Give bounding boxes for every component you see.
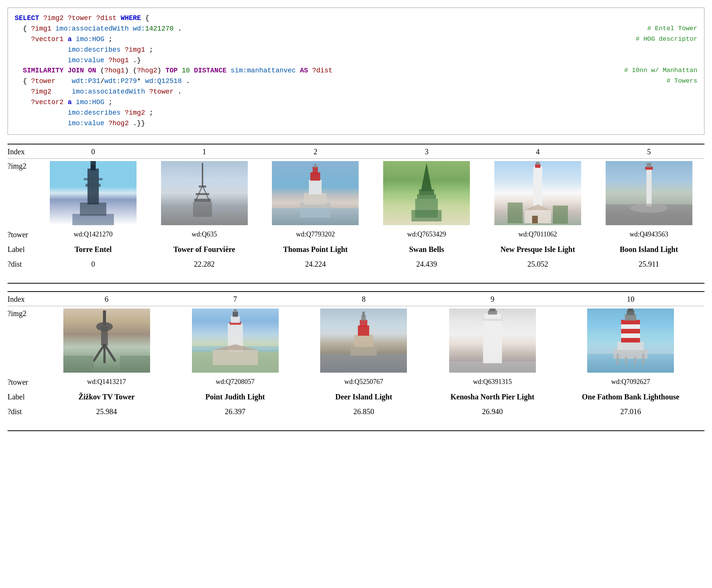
svg-rect-7 (202, 163, 203, 186)
table2-dist-10: 27.016 (557, 404, 704, 419)
table2-label-10: One Fathom Bank Lighthouse (557, 390, 704, 404)
table1-col-0: 0 (38, 144, 149, 159)
table1-tower-4: wd:Q7011062 (482, 227, 594, 242)
svg-point-39 (630, 204, 668, 213)
svg-rect-82 (625, 357, 627, 365)
svg-rect-20 (272, 208, 359, 225)
svg-rect-76 (621, 338, 640, 342)
table2-label-6: Žižkov TV Tower (42, 390, 171, 404)
table2-tower-label: ?tower (8, 375, 42, 390)
table2-dist-8: 26.850 (299, 404, 428, 419)
results-table-2-section: Index 6 7 8 9 10 ?img2 (8, 291, 704, 419)
bottom-divider (8, 430, 704, 431)
table2-col-9: 9 (428, 292, 557, 306)
svg-rect-1 (80, 203, 106, 216)
code-line-3: ?vector1 a imo:HOG ; # HOG descriptor (15, 34, 697, 45)
svg-line-43 (94, 344, 104, 361)
table1-col-1: 1 (149, 144, 260, 159)
table1-img-1 (149, 158, 260, 227)
svg-point-4 (91, 164, 95, 169)
table1-tower-2: wd:Q7793202 (260, 227, 371, 242)
svg-rect-16 (309, 180, 322, 194)
table2-label-row: Label Žižkov TV Tower Point Judith Light… (8, 390, 704, 404)
svg-marker-31 (525, 204, 551, 210)
svg-rect-38 (647, 163, 651, 167)
code-line-10: imo:describes ?img2 ; (15, 108, 697, 118)
svg-marker-21 (421, 163, 432, 191)
table2-body: ?img2 (8, 306, 704, 419)
svg-rect-79 (628, 309, 633, 311)
svg-rect-47 (120, 356, 150, 373)
svg-rect-54 (234, 309, 237, 312)
svg-rect-15 (304, 193, 327, 204)
table2-col-8: 8 (299, 292, 428, 306)
svg-rect-53 (233, 312, 238, 317)
table2-dist-6: 25.984 (42, 404, 171, 419)
table2-dist-9: 26.940 (428, 404, 557, 419)
svg-rect-72 (617, 342, 644, 350)
table2-dist-label: ?dist (8, 404, 42, 419)
code-line-5: imo:value ?hog1 .} (15, 55, 697, 66)
svg-rect-75 (621, 329, 640, 333)
svg-rect-17 (310, 172, 320, 181)
svg-rect-6 (84, 178, 103, 180)
svg-rect-81 (642, 354, 644, 365)
table2-img-10 (557, 306, 704, 375)
svg-rect-61 (360, 320, 367, 326)
table1-label-2: Thomas Point Light (260, 242, 371, 257)
table2-label-header: Label (8, 390, 42, 404)
svg-rect-33 (508, 203, 523, 223)
svg-line-44 (104, 344, 115, 361)
code-block: SELECT ?img2 ?tower ?dist WHERE { { ?img… (8, 8, 704, 135)
svg-rect-58 (350, 346, 377, 356)
table2-col-7: 7 (171, 292, 299, 306)
svg-rect-65 (483, 320, 502, 363)
svg-rect-28 (536, 162, 540, 165)
svg-rect-60 (358, 325, 369, 336)
svg-rect-12 (194, 199, 211, 202)
table2-header: Index 6 7 8 9 10 (8, 292, 704, 306)
table2-label-8: Deer Island Light (299, 390, 428, 404)
table2-img-7 (171, 306, 299, 375)
svg-rect-46 (63, 356, 94, 373)
table1-col-3: 3 (371, 144, 482, 159)
svg-rect-23 (417, 194, 436, 199)
table2-dist-row: ?dist 25.984 26.397 26.850 26.940 27.016 (8, 404, 704, 419)
table1-tower-5: wd:Q4943563 (593, 227, 704, 242)
table1-body: ?img2 (8, 158, 704, 272)
code-line-7: { ?tower wdt:P31/wdt:P279* wd:Q12518 . #… (15, 76, 697, 87)
svg-rect-32 (532, 216, 538, 223)
table1-label-header: Label (8, 242, 38, 257)
svg-rect-83 (634, 357, 636, 365)
code-line-9: ?vector2 a imo:HOG ; (15, 97, 697, 108)
table2-img-6 (42, 306, 171, 375)
table2-tower-8: wd:Q5250767 (299, 375, 428, 390)
svg-rect-77 (625, 314, 636, 321)
code-line-2: { ?img1 imo:associatedWith wd:1421270 . … (15, 24, 697, 34)
table1-col-2: 2 (260, 144, 371, 159)
table2-header-row: Index 6 7 8 9 10 (8, 292, 704, 306)
table1-tower-row: ?tower wd:Q1421270 wd:Q635 wd:Q7793202 w… (8, 227, 704, 242)
table1-label-5: Boon Island Light (593, 242, 704, 257)
table1-img-row: ?img2 (8, 158, 704, 227)
table1-img-3 (371, 158, 482, 227)
table2-label-9: Kenosha North Pier Light (428, 390, 557, 404)
code-line-8: ?img2 imo:associatedWith ?tower . (15, 87, 697, 97)
table2-img-8 (299, 306, 428, 375)
table2-tower-9: wd:Q6391315 (428, 375, 557, 390)
table1-dist-2: 24.224 (260, 257, 371, 272)
svg-rect-57 (320, 354, 407, 373)
table2-img-row: ?img2 (8, 306, 704, 375)
table1-dist-0: 0 (38, 257, 149, 272)
table2-label-7: Point Judith Light (171, 390, 299, 404)
svg-rect-36 (646, 169, 652, 206)
svg-rect-55 (213, 350, 258, 365)
svg-rect-22 (419, 189, 434, 195)
code-line-6: SIMILARITY JOIN ON (?hog1) (?hog2) TOP 1… (15, 66, 697, 76)
table1-index-header: Index (8, 144, 38, 159)
table2-dist-7: 26.397 (171, 404, 299, 419)
svg-rect-34 (553, 206, 568, 224)
table2-tower-10: wd:Q7092627 (557, 375, 704, 390)
table1-img-0 (38, 158, 149, 227)
svg-rect-9 (196, 193, 209, 195)
